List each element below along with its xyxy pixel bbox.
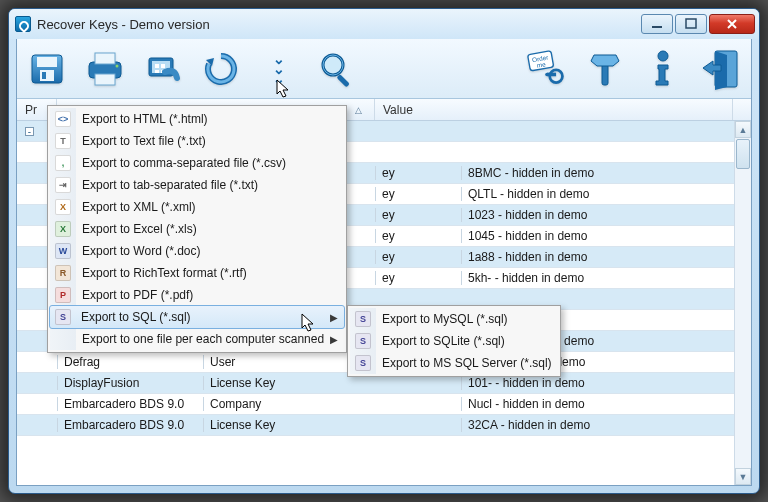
menu-item[interactable]: SExport to MS SQL Server (*.sql) — [350, 352, 558, 374]
svg-point-9 — [116, 64, 119, 67]
menu-item[interactable]: ⇥Export to tab-separated file (*.txt) — [50, 174, 344, 196]
file-type-icon: S — [355, 311, 371, 327]
exit-button[interactable] — [701, 48, 741, 90]
menu-item-label: Export to RichText format (*.rtf) — [82, 266, 247, 280]
menu-item-label: Export to MS SQL Server (*.sql) — [382, 356, 552, 370]
menu-item[interactable]: SExport to MySQL (*.sql) — [350, 308, 558, 330]
menu-item-label: Export to Excel (*.xls) — [82, 222, 197, 236]
menu-item[interactable]: ,Export to comma-separated file (*.csv) — [50, 152, 344, 174]
table-cell: ey — [375, 250, 461, 264]
scroll-up-button[interactable]: ▲ — [735, 121, 751, 138]
titlebar[interactable]: Recover Keys - Demo version — [9, 9, 759, 39]
table-cell: Defrag — [57, 355, 203, 369]
table-cell: 1045 - hidden in demo — [461, 229, 734, 243]
print-button[interactable] — [85, 48, 125, 90]
column-value[interactable]: Value — [375, 99, 733, 120]
table-cell: ey — [375, 166, 461, 180]
menu-item[interactable]: SExport to SQLite (*.sql) — [350, 330, 558, 352]
file-type-icon: T — [55, 133, 71, 149]
sort-ascending-icon: △ — [355, 105, 362, 115]
sql-submenu: SExport to MySQL (*.sql)SExport to SQLit… — [347, 305, 561, 377]
export-dropdown-button[interactable]: ⌄⌄⌄ — [259, 48, 299, 90]
menu-item-label: Export to one file per each computer sca… — [82, 332, 324, 346]
table-cell: 1a88 - hidden in demo — [461, 250, 734, 264]
file-type-icon: X — [55, 199, 71, 215]
menu-item-label: Export to SQLite (*.sql) — [382, 334, 505, 348]
file-type-icon: R — [55, 265, 71, 281]
menu-item[interactable]: <>Export to HTML (*.html) — [50, 108, 344, 130]
search-button[interactable] — [317, 48, 357, 90]
window-title: Recover Keys - Demo version — [37, 17, 641, 32]
table-cell: Embarcadero BDS 9.0 — [57, 397, 203, 411]
submenu-arrow-icon: ▶ — [330, 312, 338, 323]
menu-item-label: Export to HTML (*.html) — [82, 112, 208, 126]
tree-collapse-icon[interactable]: - — [25, 127, 34, 136]
svg-point-22 — [658, 51, 668, 61]
menu-item-label: Export to XML (*.xml) — [82, 200, 196, 214]
table-cell: ey — [375, 229, 461, 243]
table-cell: 101- - hidden in demo — [461, 376, 734, 390]
toolbar: ⌄⌄⌄ Orderme — [17, 39, 751, 99]
file-type-icon: P — [55, 287, 71, 303]
save-button[interactable] — [27, 48, 67, 90]
file-type-icon: ⇥ — [55, 177, 71, 193]
table-cell: Company — [203, 397, 375, 411]
menu-item[interactable]: SExport to SQL (*.sql)▶ — [49, 305, 345, 329]
file-type-icon: S — [355, 333, 371, 349]
file-type-icon: <> — [55, 111, 71, 127]
menu-item[interactable]: XExport to Excel (*.xls) — [50, 218, 344, 240]
tools-button[interactable] — [585, 48, 625, 90]
close-button[interactable] — [709, 14, 755, 34]
menu-item-label: Export to SQL (*.sql) — [81, 310, 191, 324]
menu-item[interactable]: TExport to Text file (*.txt) — [50, 130, 344, 152]
table-cell: 1023 - hidden in demo — [461, 208, 734, 222]
table-cell: Embarcadero BDS 9.0 — [57, 418, 203, 432]
table-cell: DisplayFusion — [57, 376, 203, 390]
table-cell: ey — [375, 271, 461, 285]
scroll-thumb[interactable] — [736, 139, 750, 169]
menu-item-label: Export to PDF (*.pdf) — [82, 288, 193, 302]
table-cell: License Key — [203, 418, 375, 432]
file-type-icon: S — [355, 355, 371, 371]
file-type-icon: X — [55, 221, 71, 237]
scroll-down-button[interactable]: ▼ — [735, 468, 751, 485]
vertical-scrollbar[interactable]: ▲ ▼ — [734, 121, 751, 485]
svg-rect-5 — [42, 72, 46, 79]
menu-item[interactable]: XExport to XML (*.xml) — [50, 196, 344, 218]
order-button[interactable]: Orderme — [527, 48, 567, 90]
menu-item-label: Export to MySQL (*.sql) — [382, 312, 508, 326]
table-cell: License Key — [203, 376, 375, 390]
menu-item-label: Export to tab-separated file (*.txt) — [82, 178, 258, 192]
export-menu: <>Export to HTML (*.html)TExport to Text… — [47, 105, 347, 353]
table-cell: 32CA - hidden in demo — [461, 418, 734, 432]
table-cell: 8BMC - hidden in demo — [461, 166, 734, 180]
menu-item[interactable]: PExport to PDF (*.pdf) — [50, 284, 344, 306]
app-icon — [15, 16, 31, 32]
menu-item[interactable]: RExport to RichText format (*.rtf) — [50, 262, 344, 284]
table-cell: ey — [375, 187, 461, 201]
menu-item-label: Export to comma-separated file (*.csv) — [82, 156, 286, 170]
refresh-button[interactable] — [201, 48, 241, 90]
svg-point-20 — [545, 72, 549, 76]
svg-rect-7 — [95, 53, 115, 64]
svg-rect-1 — [686, 19, 696, 28]
table-row[interactable]: Embarcadero BDS 9.0License Key32CA - hid… — [17, 415, 734, 436]
scan-button[interactable] — [143, 48, 183, 90]
menu-item-label: Export to Text file (*.txt) — [82, 134, 206, 148]
menu-item-label: Export to Word (*.doc) — [82, 244, 201, 258]
info-button[interactable] — [643, 48, 683, 90]
chevron-down-icon: ⌄⌄⌄ — [273, 54, 285, 84]
scroll-header — [733, 99, 751, 120]
minimize-button[interactable] — [641, 14, 673, 34]
file-type-icon: W — [55, 243, 71, 259]
table-cell: QLTL - hidden in demo — [461, 187, 734, 201]
menu-item[interactable]: WExport to Word (*.doc) — [50, 240, 344, 262]
svg-rect-8 — [95, 74, 115, 85]
file-type-icon: , — [55, 155, 71, 171]
maximize-button[interactable] — [675, 14, 707, 34]
menu-item[interactable]: Export to one file per each computer sca… — [50, 328, 344, 350]
submenu-arrow-icon: ▶ — [330, 334, 338, 345]
table-row[interactable]: Embarcadero BDS 9.0CompanyNucl - hidden … — [17, 394, 734, 415]
table-cell: Nucl - hidden in demo — [461, 397, 734, 411]
file-type-icon: S — [55, 309, 71, 325]
